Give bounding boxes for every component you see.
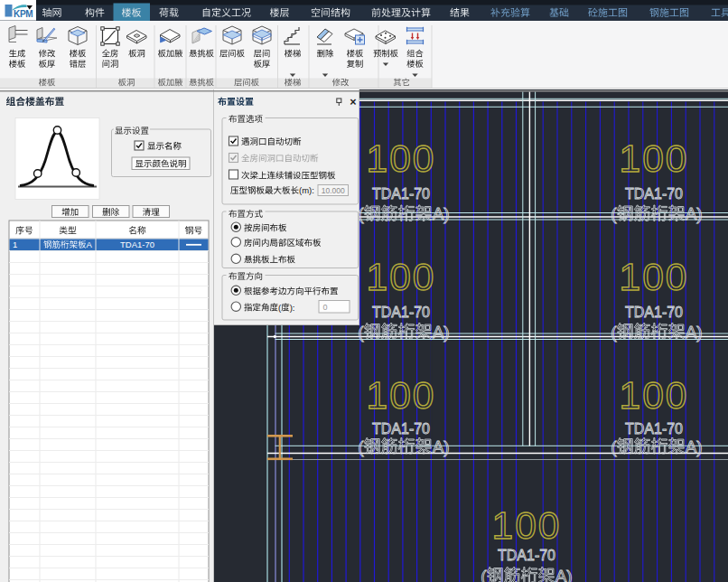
svg-text:100: 100 [620,374,689,417]
svg-text:A: A [433,323,444,342]
svg-text:TDA1-70: TDA1-70 [372,186,430,202]
svg-text::: : [293,303,295,313]
svg-text:TDA1-70: TDA1-70 [498,548,555,563]
svg-text:(: ( [481,567,487,582]
svg-text:100: 100 [492,504,562,547]
svg-text:100: 100 [367,137,436,180]
svg-text:A: A [555,567,567,582]
svg-text:TDA1-70: TDA1-70 [625,305,683,320]
svg-text::: : [312,185,314,195]
svg-text:100: 100 [620,256,689,298]
svg-text:(: ( [611,323,617,342]
svg-text:): ) [443,323,449,342]
svg-text:A: A [433,204,444,223]
svg-text:TDA1-70: TDA1-70 [625,421,683,436]
svg-text:(: ( [358,437,364,456]
svg-text:TDA1-70: TDA1-70 [372,305,430,320]
svg-text:m: m [302,185,309,195]
svg-text:TDA1-70: TDA1-70 [625,186,683,202]
svg-text:): ) [566,567,572,582]
svg-text:A: A [433,437,444,456]
svg-text:100: 100 [620,137,689,180]
svg-text:(: ( [611,204,617,223]
svg-text:1: 1 [13,239,17,249]
svg-text:100: 100 [367,374,436,417]
svg-text:): ) [696,204,702,223]
svg-text:(: ( [611,437,617,456]
svg-text:×: × [350,96,356,108]
svg-text:): ) [696,437,702,456]
svg-text:10.000: 10.000 [322,186,345,195]
svg-text:KPM: KPM [14,9,33,19]
svg-text:A: A [686,323,697,342]
svg-text:A: A [87,239,93,249]
svg-text:A: A [686,437,697,456]
svg-text:TDA1-70: TDA1-70 [372,421,430,436]
svg-text:100: 100 [367,256,436,298]
svg-text:TDA1-70: TDA1-70 [120,239,154,249]
svg-text:A: A [686,204,697,223]
svg-text:): ) [443,437,449,456]
svg-text:0: 0 [323,303,328,312]
svg-text:): ) [443,204,449,223]
svg-text:): ) [696,323,702,342]
